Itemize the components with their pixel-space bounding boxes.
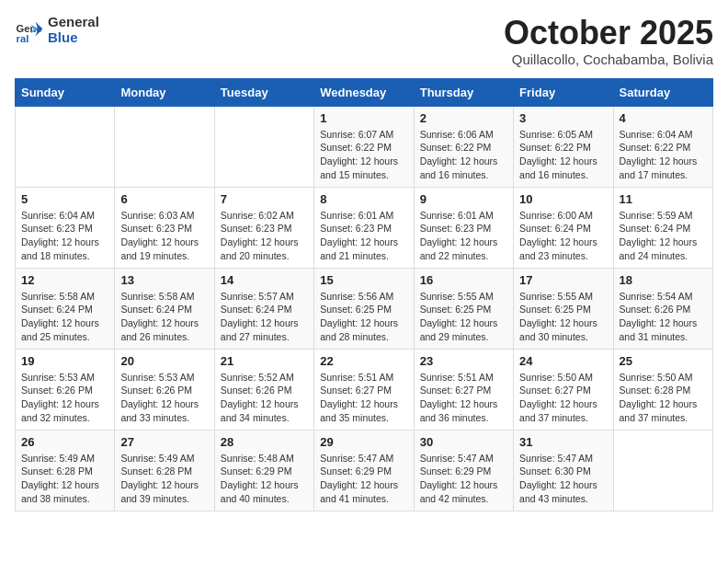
day-info-28: Sunrise: 5:48 AM Sunset: 6:29 PM Dayligh… (221, 452, 308, 506)
week-row-4: 26Sunrise: 5:49 AM Sunset: 6:28 PM Dayli… (16, 430, 713, 511)
day-number-17: 17 (519, 273, 607, 287)
calendar-cell-w4-d1: 27Sunrise: 5:49 AM Sunset: 6:28 PM Dayli… (115, 430, 214, 511)
calendar-cell-w3-d5: 24Sunrise: 5:50 AM Sunset: 6:27 PM Dayli… (514, 349, 613, 430)
calendar-cell-w1-d4: 9Sunrise: 6:01 AM Sunset: 6:23 PM Daylig… (414, 187, 513, 268)
day-number-1: 1 (320, 111, 407, 125)
calendar-cell-w0-d3: 1Sunrise: 6:07 AM Sunset: 6:22 PM Daylig… (314, 106, 414, 187)
calendar-cell-w0-d5: 3Sunrise: 6:05 AM Sunset: 6:22 PM Daylig… (514, 106, 613, 187)
day-info-23: Sunrise: 5:51 AM Sunset: 6:27 PM Dayligh… (420, 371, 507, 425)
svg-text:ral: ral (17, 32, 29, 43)
day-number-11: 11 (620, 192, 707, 206)
header-saturday: Saturday (613, 78, 712, 106)
day-info-6: Sunrise: 6:03 AM Sunset: 6:23 PM Dayligh… (120, 209, 208, 263)
calendar-cell-w3-d3: 22Sunrise: 5:51 AM Sunset: 6:27 PM Dayli… (314, 349, 414, 430)
day-info-29: Sunrise: 5:47 AM Sunset: 6:29 PM Dayligh… (320, 452, 407, 506)
day-info-21: Sunrise: 5:52 AM Sunset: 6:26 PM Dayligh… (221, 371, 308, 425)
logo-icon: Gene ral (15, 16, 44, 45)
day-number-4: 4 (620, 111, 707, 125)
page-header: Gene ral General Blue October 2025 Quill… (15, 15, 713, 67)
day-info-11: Sunrise: 5:59 AM Sunset: 6:24 PM Dayligh… (620, 209, 707, 263)
calendar-cell-w0-d6: 4Sunrise: 6:04 AM Sunset: 6:22 PM Daylig… (613, 106, 712, 187)
header-monday: Monday (115, 78, 214, 106)
day-number-9: 9 (420, 192, 507, 206)
month-title: October 2025 (504, 15, 713, 52)
calendar-cell-w4-d3: 29Sunrise: 5:47 AM Sunset: 6:29 PM Dayli… (314, 430, 414, 511)
logo-general-text: General (48, 15, 99, 30)
calendar-cell-w2-d1: 13Sunrise: 5:58 AM Sunset: 6:24 PM Dayli… (115, 268, 214, 349)
day-info-12: Sunrise: 5:58 AM Sunset: 6:24 PM Dayligh… (21, 290, 108, 344)
calendar-cell-w2-d4: 16Sunrise: 5:55 AM Sunset: 6:25 PM Dayli… (414, 268, 513, 349)
calendar-cell-w2-d3: 15Sunrise: 5:56 AM Sunset: 6:25 PM Dayli… (314, 268, 414, 349)
title-block: October 2025 Quillacollo, Cochabamba, Bo… (504, 15, 713, 67)
day-number-22: 22 (320, 354, 407, 368)
calendar-cell-w0-d0 (16, 106, 115, 187)
day-info-30: Sunrise: 5:47 AM Sunset: 6:29 PM Dayligh… (420, 452, 507, 506)
day-info-26: Sunrise: 5:49 AM Sunset: 6:28 PM Dayligh… (21, 452, 108, 506)
day-number-31: 31 (519, 435, 607, 449)
day-info-5: Sunrise: 6:04 AM Sunset: 6:23 PM Dayligh… (21, 209, 108, 263)
day-info-3: Sunrise: 6:05 AM Sunset: 6:22 PM Dayligh… (519, 128, 607, 182)
header-friday: Friday (514, 78, 613, 106)
calendar-cell-w3-d6: 25Sunrise: 5:50 AM Sunset: 6:28 PM Dayli… (613, 349, 712, 430)
day-number-29: 29 (320, 435, 407, 449)
day-number-25: 25 (620, 354, 707, 368)
day-info-8: Sunrise: 6:01 AM Sunset: 6:23 PM Dayligh… (320, 209, 407, 263)
day-number-10: 10 (519, 192, 607, 206)
day-number-3: 3 (519, 111, 607, 125)
day-number-26: 26 (21, 435, 108, 449)
day-info-10: Sunrise: 6:00 AM Sunset: 6:24 PM Dayligh… (519, 209, 607, 263)
day-number-14: 14 (221, 273, 308, 287)
day-number-28: 28 (221, 435, 308, 449)
day-number-18: 18 (620, 273, 707, 287)
header-wednesday: Wednesday (314, 78, 414, 106)
location-subtitle: Quillacollo, Cochabamba, Bolivia (504, 52, 713, 67)
week-row-1: 5Sunrise: 6:04 AM Sunset: 6:23 PM Daylig… (16, 187, 713, 268)
day-info-15: Sunrise: 5:56 AM Sunset: 6:25 PM Dayligh… (320, 290, 407, 344)
calendar-cell-w4-d4: 30Sunrise: 5:47 AM Sunset: 6:29 PM Dayli… (414, 430, 513, 511)
calendar-cell-w1-d3: 8Sunrise: 6:01 AM Sunset: 6:23 PM Daylig… (314, 187, 414, 268)
calendar-cell-w2-d5: 17Sunrise: 5:55 AM Sunset: 6:25 PM Dayli… (514, 268, 613, 349)
header-thursday: Thursday (414, 78, 513, 106)
day-info-1: Sunrise: 6:07 AM Sunset: 6:22 PM Dayligh… (320, 128, 407, 182)
day-number-21: 21 (221, 354, 308, 368)
day-number-15: 15 (320, 273, 407, 287)
day-number-12: 12 (21, 273, 108, 287)
calendar-table: Sunday Monday Tuesday Wednesday Thursday… (15, 78, 713, 511)
week-row-2: 12Sunrise: 5:58 AM Sunset: 6:24 PM Dayli… (16, 268, 713, 349)
calendar-cell-w1-d2: 7Sunrise: 6:02 AM Sunset: 6:23 PM Daylig… (214, 187, 313, 268)
calendar-cell-w3-d2: 21Sunrise: 5:52 AM Sunset: 6:26 PM Dayli… (214, 349, 313, 430)
day-number-27: 27 (120, 435, 208, 449)
calendar-cell-w4-d6 (613, 430, 712, 511)
calendar-cell-w1-d0: 5Sunrise: 6:04 AM Sunset: 6:23 PM Daylig… (16, 187, 115, 268)
day-info-24: Sunrise: 5:50 AM Sunset: 6:27 PM Dayligh… (519, 371, 607, 425)
day-info-4: Sunrise: 6:04 AM Sunset: 6:22 PM Dayligh… (620, 128, 707, 182)
calendar-cell-w0-d2 (214, 106, 313, 187)
day-info-22: Sunrise: 5:51 AM Sunset: 6:27 PM Dayligh… (320, 371, 407, 425)
header-tuesday: Tuesday (214, 78, 313, 106)
calendar-cell-w4-d0: 26Sunrise: 5:49 AM Sunset: 6:28 PM Dayli… (16, 430, 115, 511)
logo-text: General Blue (48, 15, 99, 45)
calendar-cell-w0-d4: 2Sunrise: 6:06 AM Sunset: 6:22 PM Daylig… (414, 106, 513, 187)
logo: Gene ral General Blue (15, 15, 99, 45)
day-number-7: 7 (221, 192, 308, 206)
day-info-2: Sunrise: 6:06 AM Sunset: 6:22 PM Dayligh… (420, 128, 507, 182)
calendar-cell-w2-d0: 12Sunrise: 5:58 AM Sunset: 6:24 PM Dayli… (16, 268, 115, 349)
calendar-cell-w0-d1 (115, 106, 214, 187)
day-info-9: Sunrise: 6:01 AM Sunset: 6:23 PM Dayligh… (420, 209, 507, 263)
calendar-cell-w2-d2: 14Sunrise: 5:57 AM Sunset: 6:24 PM Dayli… (214, 268, 313, 349)
day-info-13: Sunrise: 5:58 AM Sunset: 6:24 PM Dayligh… (120, 290, 208, 344)
day-number-5: 5 (21, 192, 108, 206)
day-info-14: Sunrise: 5:57 AM Sunset: 6:24 PM Dayligh… (221, 290, 308, 344)
calendar-cell-w3-d0: 19Sunrise: 5:53 AM Sunset: 6:26 PM Dayli… (16, 349, 115, 430)
day-info-16: Sunrise: 5:55 AM Sunset: 6:25 PM Dayligh… (420, 290, 507, 344)
logo-blue-text: Blue (48, 30, 99, 46)
day-info-17: Sunrise: 5:55 AM Sunset: 6:25 PM Dayligh… (519, 290, 607, 344)
day-number-30: 30 (420, 435, 507, 449)
day-number-2: 2 (420, 111, 507, 125)
day-number-6: 6 (120, 192, 208, 206)
day-number-16: 16 (420, 273, 507, 287)
day-number-20: 20 (120, 354, 208, 368)
week-row-3: 19Sunrise: 5:53 AM Sunset: 6:26 PM Dayli… (16, 349, 713, 430)
day-info-31: Sunrise: 5:47 AM Sunset: 6:30 PM Dayligh… (519, 452, 607, 506)
week-row-0: 1Sunrise: 6:07 AM Sunset: 6:22 PM Daylig… (16, 106, 713, 187)
